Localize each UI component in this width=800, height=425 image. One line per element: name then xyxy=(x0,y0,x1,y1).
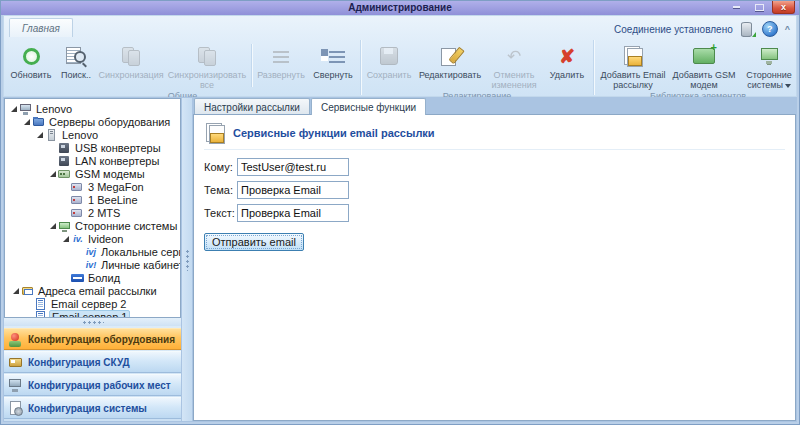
app-window: Администрирование x Главная Соединение у… xyxy=(0,0,800,425)
field-row-subject: Тема: xyxy=(204,181,785,199)
ribbon-group-general: Обновить Поиск.. Синхронизация Синхрониз… xyxy=(5,40,361,95)
tree-item-lenovo-root[interactable]: Lenovo xyxy=(5,102,180,115)
help-icon[interactable]: ? xyxy=(762,21,778,37)
field-row-to: Кому: xyxy=(204,158,785,176)
mail-folder-icon xyxy=(21,285,35,297)
search-button[interactable]: Поиск.. xyxy=(55,41,97,90)
tree-item-usb-converters[interactable]: USB конвертеры xyxy=(5,141,180,154)
tree-item-personal-accounts[interactable]: iv!Личные кабинеты xyxy=(5,258,180,271)
sync-all-icon xyxy=(197,43,217,69)
expand-list-icon xyxy=(273,43,289,69)
delete-button[interactable]: ✘ Удалить xyxy=(543,41,591,90)
main-area: Lenovo Серверы оборудования Lenovo USB к… xyxy=(3,97,797,422)
subject-label: Тема: xyxy=(204,184,237,196)
nav-item-system-config[interactable]: Конфигурация системы xyxy=(4,397,181,419)
collapse-list-icon xyxy=(321,43,345,69)
ribbon-group-editing: Сохранить Редактировать ↶ Отменить измен… xyxy=(361,40,594,95)
to-label: Кому: xyxy=(204,161,237,173)
modem-icon xyxy=(71,194,85,206)
workstation-icon xyxy=(8,378,23,393)
left-panel: Lenovo Серверы оборудования Lenovo USB к… xyxy=(4,98,181,421)
dropdown-arrow-icon xyxy=(785,84,791,88)
sync-all-button[interactable]: Синхронизировать все xyxy=(165,41,249,90)
tree-expander-icon[interactable] xyxy=(61,234,71,244)
content-area: Настройки рассылки Сервисные функции Сер… xyxy=(193,98,796,421)
email-document-icon xyxy=(622,43,644,69)
tree-item-mts[interactable]: 2 MTS xyxy=(5,206,180,219)
tree-item-email-addresses[interactable]: Адреса email рассылки xyxy=(5,284,180,297)
group-divider xyxy=(251,44,252,87)
edit-button[interactable]: Редактировать xyxy=(415,41,485,90)
nav-item-acs-config[interactable]: Конфигурация СКУД xyxy=(4,351,181,373)
close-icon: x xyxy=(781,3,786,12)
equipment-config-icon xyxy=(8,332,23,347)
tree-item-lenovo-server[interactable]: Lenovo xyxy=(5,128,180,141)
collapse-button[interactable]: Свернуть xyxy=(308,41,358,90)
tree-expander-icon[interactable] xyxy=(22,117,32,127)
splitter-grip-icon xyxy=(186,249,189,271)
expand-button[interactable]: Развернуть xyxy=(254,41,308,90)
form-header: Сервисные функции email рассылки xyxy=(204,123,785,150)
tree-expander-icon[interactable] xyxy=(35,130,45,140)
tree-expander-icon[interactable] xyxy=(9,104,19,114)
converter-icon xyxy=(58,142,72,154)
ribbon-collapse-icon[interactable]: ^ xyxy=(785,24,790,34)
delete-x-icon: ✘ xyxy=(559,43,575,69)
tab-distribution-settings[interactable]: Настройки рассылки xyxy=(194,98,310,115)
maximize-button[interactable] xyxy=(749,1,770,13)
tree-expander-icon[interactable] xyxy=(48,221,58,231)
minimize-icon xyxy=(733,6,740,8)
ivideon-icon: iv! xyxy=(84,259,98,271)
titlebar: Администрирование x xyxy=(1,1,799,15)
tree-item-ivideon[interactable]: iv.Ivideon xyxy=(5,232,180,245)
text-input[interactable] xyxy=(237,204,349,222)
to-input[interactable] xyxy=(237,158,349,176)
text-label: Текст: xyxy=(204,207,237,219)
tree-item-bolid[interactable]: Болид xyxy=(5,271,180,284)
mail-server-icon xyxy=(34,311,48,319)
navigation-pane: Конфигурация оборудования Конфигурация С… xyxy=(4,326,181,421)
ribbon-body: Обновить Поиск.. Синхронизация Синхрониз… xyxy=(5,40,795,95)
tree-expander-icon[interactable] xyxy=(11,286,21,296)
tree-item-email-server-2[interactable]: Email сервер 2 xyxy=(5,297,180,310)
server-icon xyxy=(45,129,59,141)
nav-item-equipment-config[interactable]: Конфигурация оборудования xyxy=(4,328,181,350)
ribbon-group-library: Добавить Email рассылку Добавить GSM мод… xyxy=(594,40,800,95)
gsm-modem-icon xyxy=(693,43,715,69)
minimize-button[interactable] xyxy=(726,1,747,13)
database-connection-icon[interactable] xyxy=(740,22,755,37)
tree-item-external-systems[interactable]: Сторонние системы xyxy=(5,219,180,232)
tree-item-lan-converters[interactable]: LAN конвертеры xyxy=(5,154,180,167)
splitter-grip-icon xyxy=(82,321,104,324)
subject-input[interactable] xyxy=(237,181,349,199)
ribbon-tab-home[interactable]: Главная xyxy=(9,18,73,37)
nav-item-workstation-config[interactable]: Конфигурация рабочих мест xyxy=(4,374,181,396)
content-tabbar: Настройки рассылки Сервисные функции xyxy=(193,98,796,115)
tree-item-email-server-1[interactable]: Email сервер 1 xyxy=(5,310,180,318)
save-button[interactable]: Сохранить xyxy=(363,41,415,90)
ribbon: Главная Соединение установлено ? ^ Обнов… xyxy=(3,15,797,97)
horizontal-splitter[interactable] xyxy=(4,318,181,326)
window-title: Администрирование xyxy=(1,1,799,15)
add-email-distribution-button[interactable]: Добавить Email рассылку xyxy=(596,41,670,90)
modem-icon xyxy=(58,168,72,180)
tree-item-megafon[interactable]: 3 MegaFon xyxy=(5,180,180,193)
tree-item-local-servers[interactable]: ivjЛокальные серверы xyxy=(5,245,180,258)
email-service-icon xyxy=(204,123,226,143)
tree-expander-icon[interactable] xyxy=(48,169,58,179)
converter-icon xyxy=(58,155,72,167)
tree-item-equipment-servers[interactable]: Серверы оборудования xyxy=(5,115,180,128)
refresh-button[interactable]: Обновить xyxy=(7,41,55,90)
tree-item-gsm-modems[interactable]: GSM модемы xyxy=(5,167,180,180)
edit-pencil-icon xyxy=(440,43,460,69)
sync-button[interactable]: Синхронизация xyxy=(97,41,165,90)
folder-icon xyxy=(32,116,46,128)
tab-service-functions[interactable]: Сервисные функции xyxy=(311,98,426,115)
add-gsm-modem-button[interactable]: Добавить GSM модем xyxy=(670,41,738,90)
external-systems-button[interactable]: Сторонние системы xyxy=(738,41,800,90)
send-email-button[interactable]: Отправить email xyxy=(204,233,304,251)
close-button[interactable]: x xyxy=(772,1,795,14)
undo-changes-button[interactable]: ↶ Отменить изменения xyxy=(485,41,543,90)
tree-item-beeline[interactable]: 1 BeeLine xyxy=(5,193,180,206)
vertical-splitter[interactable] xyxy=(182,98,192,421)
